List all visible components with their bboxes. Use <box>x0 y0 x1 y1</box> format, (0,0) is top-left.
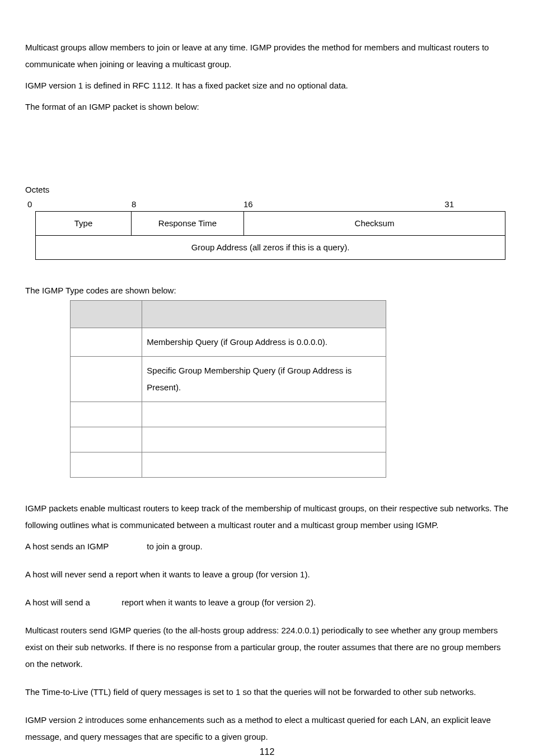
table-row <box>71 452 386 478</box>
cell-code <box>71 452 142 478</box>
page-container: Multicast groups allow members to join o… <box>0 0 534 756</box>
body-p2b: to join a group. <box>144 542 202 551</box>
body-p3: A host will never send a report when it … <box>25 566 509 583</box>
scale-0: 0 <box>27 198 38 210</box>
cell-meaning: Specific Group Membership Query (if Grou… <box>142 357 386 402</box>
typecodes-heading: The IGMP Type codes are shown below: <box>25 282 509 299</box>
packet-format-section: Octets 0 8 16 31 Type Response Time Chec… <box>25 181 509 260</box>
cell-checksum: Checksum <box>243 212 505 236</box>
table-row <box>71 402 386 427</box>
cell-group-address: Group Address (all zeros if this is a qu… <box>36 236 505 260</box>
table-row: Membership Query (if Group Address is 0.… <box>71 328 386 357</box>
cell-code <box>71 328 142 357</box>
type-codes-table: Membership Query (if Group Address is 0.… <box>70 300 386 478</box>
th-code <box>71 301 142 328</box>
octets-label: Octets <box>25 181 509 198</box>
intro-p2: IGMP version 1 is defined in RFC 1112. I… <box>25 77 509 94</box>
igmp-packet-table: Type Response Time Checksum Group Addres… <box>35 211 505 260</box>
cell-code <box>71 427 142 452</box>
cell-code <box>71 357 142 402</box>
scale-8: 8 <box>38 198 243 210</box>
intro-p1: Multicast groups allow members to join o… <box>25 39 509 73</box>
scale-31: 31 <box>344 198 509 210</box>
body-p2a: A host sends an IGMP <box>25 542 111 551</box>
page-number: 112 <box>0 743 534 756</box>
cell-meaning: Membership Query (if Group Address is 0.… <box>142 328 386 357</box>
body-p2: A host sends an IGMP to join a group. <box>25 538 509 555</box>
octet-scale: 0 8 16 31 <box>27 198 509 210</box>
body-p4b: report when it wants to leave a group (f… <box>119 598 316 607</box>
cell-meaning <box>142 402 386 427</box>
table-row <box>71 427 386 452</box>
body-p5: Multicast routers send IGMP queries (to … <box>25 622 509 673</box>
cell-meaning <box>142 427 386 452</box>
body-p1: IGMP packets enable multicast routers to… <box>25 500 509 534</box>
cell-resp-time: Response Time <box>131 212 243 236</box>
cell-code <box>71 402 142 427</box>
body-p7: IGMP version 2 introduces some enhanceme… <box>25 712 509 745</box>
scale-16: 16 <box>243 198 344 210</box>
cell-type: Type <box>36 212 132 236</box>
body-p4a: A host will send a <box>25 598 92 607</box>
table-row: Specific Group Membership Query (if Grou… <box>71 357 386 402</box>
cell-meaning <box>142 452 386 478</box>
intro-p3: The format of an IGMP packet is shown be… <box>25 99 509 115</box>
th-meaning <box>142 301 386 328</box>
body-p6: The Time-to-Live (TTL) field of query me… <box>25 684 509 701</box>
body-p4: A host will send a report when it wants … <box>25 594 509 611</box>
